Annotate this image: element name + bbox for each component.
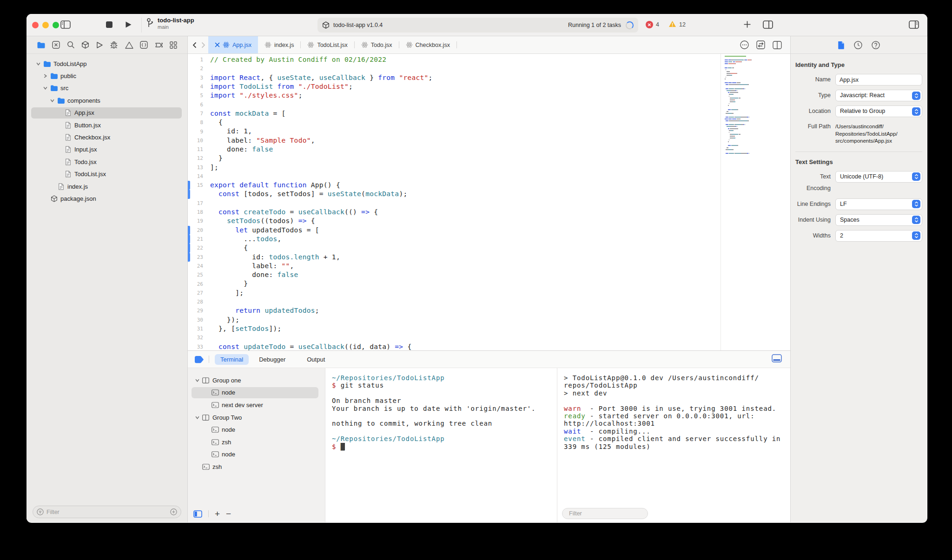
tree-item-package.json[interactable]: package.json [26,192,187,204]
terminal-session-node[interactable]: node [188,448,325,461]
breakpoints-icon[interactable] [140,41,148,49]
tab-index.js[interactable]: index.js [258,36,300,53]
file-inspector-icon[interactable] [838,41,845,49]
tree-item-src[interactable]: src [26,82,187,94]
setting-dropdown-Text-Encoding[interactable]: Unicode (UTF-8) [835,171,922,183]
tree-item-TodoList.jsx[interactable]: TodoList.jsx [26,168,187,180]
terminal-session-node[interactable]: node [188,387,325,399]
editor-layout-icon[interactable] [763,20,773,31]
terminal-filter-input[interactable] [569,510,644,517]
add-filter-icon[interactable] [170,508,177,515]
terminal-session-Group-Two[interactable]: Group Two [188,411,325,424]
run-navigator-icon[interactable] [96,41,103,49]
swap-editor-icon[interactable] [756,40,765,49]
tree-item-public[interactable]: public [26,70,187,82]
line-number: 30 [188,317,210,323]
run-button[interactable] [125,21,132,30]
issues-icon[interactable] [125,41,133,49]
chevron-right-icon[interactable] [43,74,47,78]
code-editor[interactable]: 1// Created by Austin Condiff on 02/16/2… [188,54,790,350]
tree-item-components[interactable]: components [26,94,187,106]
hide-panel-icon[interactable] [772,354,784,364]
name-field[interactable] [835,74,922,86]
terminal-filter-field[interactable] [562,508,648,519]
tree-item-label: TodoList.jsx [74,171,106,178]
split-group-icon [202,415,209,421]
setting-label: Text Encoding [795,171,835,194]
toggle-session-sidebar-icon[interactable] [193,510,202,518]
bottom-tab-Terminal[interactable]: Terminal [215,354,249,365]
packages-icon[interactable] [81,41,89,49]
bottom-tab-Debugger[interactable]: Debugger [253,354,291,365]
chevron-down-icon[interactable] [50,99,54,103]
minimap[interactable] [721,54,790,350]
search-icon[interactable] [67,41,75,49]
chevron-down-icon[interactable] [195,378,199,382]
close-tab-icon[interactable] [215,42,220,47]
code-line: 29 return updatedTodos; [188,306,721,315]
zoom-window-button[interactable] [53,22,59,28]
more-options-icon[interactable] [740,40,749,49]
tree-item-Checkbox.jsx[interactable]: Checkbox.jsx [26,131,187,143]
split-editor-icon[interactable] [773,41,782,49]
tab-App.jsx[interactable]: App.jsx [208,36,258,53]
divider [209,356,209,363]
tree-item-App.jsx[interactable]: App.jsx [26,107,187,119]
help-inspector-icon[interactable] [872,41,880,49]
reports-icon[interactable] [170,41,177,49]
tree-item-Button.jsx[interactable]: Button.jsx [26,119,187,131]
issue-badges[interactable]: ✕ 4 12 [646,20,686,29]
location-dropdown[interactable]: Relative to Group [835,105,922,117]
tree-item-index.js[interactable]: index.js [26,180,187,192]
setting-dropdown-Line-Endings[interactable]: LF [835,198,922,210]
bug-icon[interactable] [110,41,118,49]
terminal-session-zsh[interactable]: zsh [188,436,325,448]
history-inspector-icon[interactable] [854,41,862,49]
stop-button[interactable] [106,21,113,30]
fullpath-label: Full Path [795,121,835,145]
source-control-icon[interactable] [52,41,60,49]
code-line: 18 const createTodo = useCallback(() => … [188,208,721,217]
minimize-window-button[interactable] [42,22,49,28]
tab-Todo.jsx[interactable]: Todo.jsx [355,36,399,53]
navigator-filter-field[interactable] [33,506,181,518]
chevron-down-icon[interactable] [36,62,40,66]
tab-Checkbox.jsx[interactable]: Checkbox.jsx [399,36,456,53]
close-window-button[interactable] [32,22,39,28]
back-icon[interactable] [192,42,197,48]
terminal-session-node[interactable]: node [188,423,325,436]
tag-icon[interactable] [194,356,204,363]
line-number: 33 [188,344,210,350]
terminal-output-1[interactable]: ~/Repositories/TodoListApp$ git statusOn… [325,368,557,522]
navigator-filter-input[interactable] [46,509,167,515]
setting-dropdown-Widths[interactable]: 2 [835,230,922,242]
tree-item-TodoListApp[interactable]: TodoListApp [26,58,187,70]
add-icon[interactable] [743,20,751,30]
toggle-right-sidebar-icon[interactable] [909,20,919,31]
setting-dropdown-Indent-Using[interactable]: Spaces [835,214,922,226]
project-header[interactable]: todo-list-app main [146,17,194,30]
terminal-session-Group-one[interactable]: Group one [188,374,325,387]
chevron-down-icon[interactable] [195,415,199,420]
terminal-session-next-dev-server[interactable]: next dev server [188,399,325,411]
extensions-icon[interactable] [155,41,163,49]
terminal-output-2[interactable]: > TodoListApp@0.1.0 dev /Users/austincon… [557,368,790,522]
tree-item-Input.jsx[interactable]: Input.jsx [26,144,187,156]
filter-icon [37,508,44,515]
scheme-status-pill[interactable]: todo-list-app v1.0.4 Running 1 of 2 task… [317,18,638,33]
chevron-down-icon[interactable] [43,86,47,90]
project-navigator-icon[interactable] [37,41,46,49]
add-terminal-icon[interactable]: + [215,509,220,518]
toggle-left-sidebar-icon[interactable] [60,20,71,31]
forward-icon[interactable] [201,42,205,48]
code-line: 4import TodoList from "./TodoList"; [188,82,721,91]
remove-terminal-icon[interactable]: − [226,509,231,518]
tree-item-Todo.jsx[interactable]: Todo.jsx [26,156,187,168]
type-dropdown[interactable]: Javascript: React [835,90,922,101]
line-number: 29 [188,308,210,314]
terminal-session-zsh[interactable]: zsh [188,461,325,473]
tab-TodoList.jsx[interactable]: TodoList.jsx [301,36,354,53]
folder-icon [43,60,51,67]
code-line: const [todos, setTodos] = useState(mockD… [188,190,721,198]
bottom-tab-Output[interactable]: Output [301,354,331,365]
